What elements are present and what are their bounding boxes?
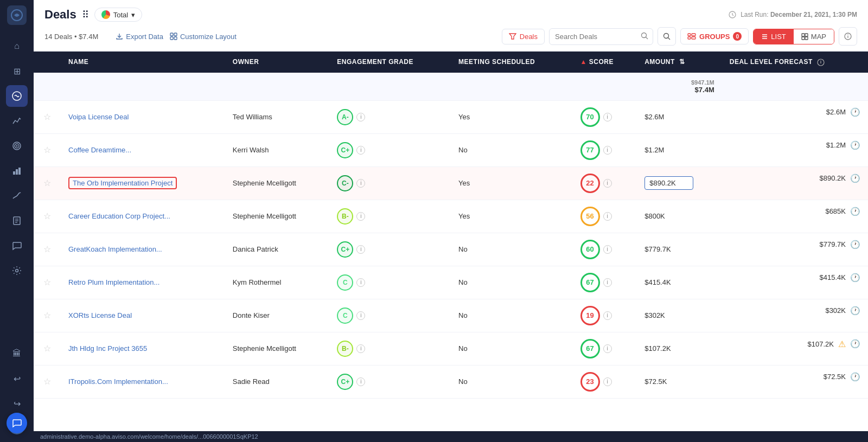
score-info-icon[interactable]: i bbox=[603, 377, 612, 386]
grade-info-icon[interactable]: i bbox=[356, 278, 365, 287]
score-info-icon[interactable]: i bbox=[603, 179, 612, 188]
deal-grade: B-i bbox=[329, 332, 451, 365]
sidebar-item-analytics[interactable] bbox=[6, 110, 28, 132]
star-icon[interactable]: ☆ bbox=[43, 178, 51, 188]
history-icon[interactable]: 🕐 bbox=[850, 306, 860, 316]
forecast-value: $779.7K bbox=[820, 240, 846, 248]
star-icon[interactable]: ☆ bbox=[43, 245, 51, 254]
export-label: Export Data bbox=[126, 33, 163, 41]
map-view-button[interactable]: MAP bbox=[794, 29, 834, 44]
search-button[interactable] bbox=[636, 29, 653, 44]
sidebar-item-target[interactable] bbox=[6, 135, 28, 157]
clock-icon bbox=[729, 11, 736, 18]
col-engagement[interactable]: ENGAGEMENT GRADE bbox=[329, 52, 451, 73]
sidebar-item-settings[interactable] bbox=[6, 260, 28, 281]
deal-name-link[interactable]: Voipa License Deal bbox=[68, 113, 129, 121]
info-button[interactable] bbox=[839, 27, 857, 46]
sidebar-item-forward[interactable]: ↪ bbox=[6, 393, 28, 414]
star-icon[interactable]: ☆ bbox=[43, 311, 51, 320]
search-input[interactable] bbox=[550, 29, 636, 44]
app-logo[interactable] bbox=[7, 5, 27, 25]
col-amount[interactable]: AMOUNT ⇅ bbox=[637, 52, 722, 73]
deal-amount: $2.6M bbox=[637, 100, 722, 133]
score-info-icon[interactable]: i bbox=[603, 146, 612, 155]
deal-owner: Kerri Walsh bbox=[225, 133, 329, 166]
deal-name-cell: Retro Plum Implementation... bbox=[61, 266, 225, 299]
svg-rect-5 bbox=[13, 171, 15, 175]
deal-name-link[interactable]: Coffee Dreamtime... bbox=[68, 146, 131, 154]
deal-name-link[interactable]: ITropolis.Com Implementation... bbox=[68, 377, 168, 386]
star-icon[interactable]: ☆ bbox=[43, 377, 51, 386]
history-icon[interactable]: 🕐 bbox=[850, 372, 860, 382]
star-icon[interactable]: ☆ bbox=[43, 212, 51, 221]
more-options-icon[interactable]: ⠿ bbox=[82, 9, 89, 21]
history-icon[interactable]: 🕐 bbox=[850, 140, 860, 150]
grade-info-icon[interactable]: i bbox=[356, 245, 365, 254]
forecast-value: $415.4K bbox=[820, 273, 846, 281]
history-icon[interactable]: 🕐 bbox=[850, 174, 860, 183]
score-info-icon[interactable]: i bbox=[603, 245, 612, 254]
sidebar-item-home[interactable]: ⌂ bbox=[6, 35, 28, 57]
history-icon[interactable]: 🕐 bbox=[850, 207, 860, 216]
sidebar-item-trend[interactable] bbox=[6, 185, 28, 207]
grade-info-icon[interactable]: i bbox=[356, 377, 365, 386]
score-info-icon[interactable]: i bbox=[603, 113, 612, 121]
star-icon[interactable]: ☆ bbox=[43, 112, 51, 121]
deal-score: 60i bbox=[573, 233, 637, 266]
deal-name-cell: The Orb Implementation Project bbox=[61, 166, 225, 200]
deal-name-link[interactable]: GreatKoach Implementation... bbox=[68, 245, 162, 253]
grade-info-icon[interactable]: i bbox=[356, 344, 365, 353]
sidebar-item-barchart[interactable] bbox=[6, 160, 28, 182]
deal-name-link[interactable]: Career Education Corp Project... bbox=[68, 212, 170, 220]
col-meeting[interactable]: MEETING SCHEDULED bbox=[451, 52, 572, 73]
history-icon[interactable]: 🕐 bbox=[850, 339, 860, 349]
svg-rect-33 bbox=[802, 37, 805, 40]
grade-info-icon[interactable]: i bbox=[356, 179, 365, 188]
star-icon[interactable]: ☆ bbox=[43, 344, 51, 353]
score-info-icon[interactable]: i bbox=[603, 344, 612, 353]
grade-info-icon[interactable]: i bbox=[356, 146, 365, 155]
customize-layout-link[interactable]: Customize Layout bbox=[170, 33, 237, 41]
sidebar-item-chat[interactable] bbox=[6, 235, 28, 257]
grade-info-icon[interactable]: i bbox=[356, 311, 365, 320]
score-info-icon[interactable]: i bbox=[603, 278, 612, 287]
deal-amount bbox=[637, 166, 722, 200]
deal-name-link[interactable]: The Orb Implementation Project bbox=[73, 179, 173, 187]
star-icon[interactable]: ☆ bbox=[43, 145, 51, 155]
grade-info-icon[interactable]: i bbox=[356, 212, 365, 221]
sidebar-item-back[interactable]: ↩ bbox=[6, 368, 28, 389]
groups-button[interactable]: GROUPS 0 bbox=[680, 28, 749, 44]
deal-name-link[interactable]: Retro Plum Implementation... bbox=[68, 278, 159, 286]
score-badge: 67 bbox=[580, 273, 600, 292]
col-name[interactable]: NAME bbox=[61, 52, 225, 73]
col-score[interactable]: ▲ SCORE bbox=[573, 52, 637, 73]
star-icon[interactable]: ☆ bbox=[43, 278, 51, 287]
history-icon[interactable]: 🕐 bbox=[850, 107, 860, 117]
score-info-icon[interactable]: i bbox=[603, 311, 612, 320]
deal-owner: Danica Patrick bbox=[225, 233, 329, 266]
col-forecast[interactable]: DEAL LEVEL FORECAST bbox=[722, 52, 868, 73]
amount-input[interactable] bbox=[644, 176, 693, 190]
history-icon[interactable]: 🕐 bbox=[850, 240, 860, 249]
sidebar-item-bank[interactable]: 🏛 bbox=[6, 343, 28, 364]
list-view-button[interactable]: LIST bbox=[754, 29, 793, 44]
sidebar-item-docs[interactable] bbox=[6, 210, 28, 232]
col-owner[interactable]: OWNER bbox=[225, 52, 329, 73]
search-expand-button[interactable] bbox=[658, 27, 676, 46]
deal-owner: Sadie Read bbox=[225, 365, 329, 398]
sidebar-item-grid[interactable]: ⊞ bbox=[6, 60, 28, 82]
deal-name-link[interactable]: XORts License Deal bbox=[68, 311, 132, 319]
grade-info-icon[interactable]: i bbox=[356, 113, 365, 121]
filter-button[interactable]: Deals bbox=[502, 29, 545, 44]
total-dropdown[interactable]: Total ▾ bbox=[94, 8, 142, 22]
chat-bubble-button[interactable] bbox=[7, 413, 27, 433]
forecast-value: $1.2M bbox=[826, 141, 846, 149]
svg-rect-7 bbox=[18, 168, 21, 175]
export-data-link[interactable]: Export Data bbox=[116, 33, 163, 41]
history-icon[interactable]: 🕐 bbox=[850, 273, 860, 283]
filter-label: Deals bbox=[520, 33, 538, 41]
deals-count: 14 Deals • $7.4M bbox=[44, 33, 98, 41]
score-info-icon[interactable]: i bbox=[603, 212, 612, 221]
deal-name-link[interactable]: Jth Hldg Inc Project 3655 bbox=[68, 344, 147, 353]
sidebar-item-deals[interactable] bbox=[6, 85, 28, 107]
